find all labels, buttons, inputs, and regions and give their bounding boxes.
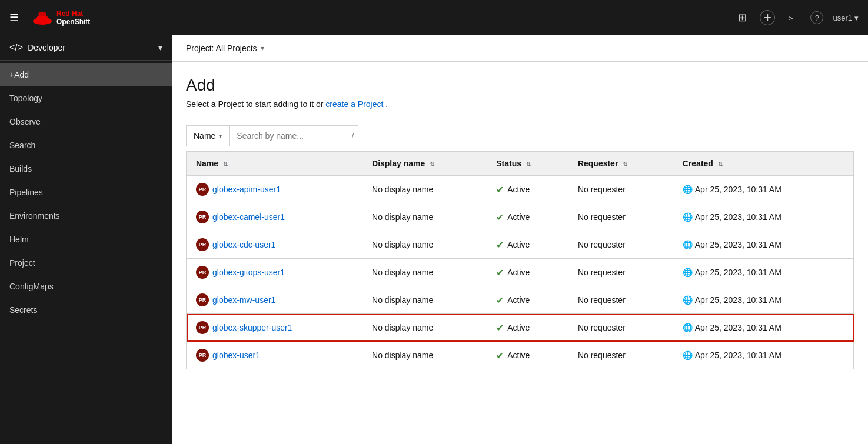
cell-name: PRglobex-skupper-user1 <box>187 314 363 342</box>
cell-name: PRglobex-mw-user1 <box>187 286 363 314</box>
project-bar: Project: All Projects ▾ <box>172 35 868 62</box>
globe-icon: 🌐 <box>683 185 693 194</box>
project-link[interactable]: PRglobex-skupper-user1 <box>196 321 353 334</box>
help-icon[interactable]: ? <box>810 11 823 24</box>
status-text: Active <box>507 268 530 277</box>
context-name: Developer <box>28 43 65 52</box>
search-input-wrap: / <box>229 125 358 146</box>
sidebar-item-topology[interactable]: Topology <box>0 86 172 110</box>
cell-name: PRglobex-user1 <box>187 342 363 369</box>
cell-created: 🌐Apr 25, 2023, 10:31 AM <box>673 259 854 286</box>
cell-requester: No requester <box>568 203 673 231</box>
cell-requester: No requester <box>568 286 673 314</box>
table-row: PRglobex-camel-user1No display name✔Acti… <box>187 203 854 231</box>
project-badge: PR <box>196 293 209 306</box>
main-layout: </> Developer ▾ +Add Topology Observe Se… <box>0 35 868 444</box>
user-label: user1 <box>833 14 852 22</box>
cell-created: 🌐Apr 25, 2023, 10:31 AM <box>673 176 854 203</box>
cell-display-name: No display name <box>363 342 487 369</box>
brand-redhat-label: Red Hat <box>56 9 90 18</box>
sidebar-item-environments[interactable]: Environments <box>0 204 172 228</box>
col-requester[interactable]: Requester ⇅ <box>568 152 673 176</box>
active-status-icon: ✔ <box>496 350 504 361</box>
description-prefix: Select a Project to start adding to it o… <box>186 99 325 109</box>
cell-name: PRglobex-apim-user1 <box>187 176 363 203</box>
cell-requester: No requester <box>568 259 673 286</box>
sidebar-item-helm[interactable]: Helm <box>0 228 172 251</box>
navbar-brand: ☰ Red Hat OpenShift <box>9 9 734 26</box>
project-link[interactable]: PRglobex-camel-user1 <box>196 211 353 223</box>
sidebar-item-project[interactable]: Project <box>0 251 172 275</box>
sidebar-item-configmaps[interactable]: ConfigMaps <box>0 275 172 298</box>
sidebar-item-add[interactable]: +Add <box>0 63 172 86</box>
redhat-logo: Red Hat OpenShift <box>32 9 90 26</box>
col-display-name[interactable]: Display name ⇅ <box>363 152 487 176</box>
hamburger-icon[interactable]: ☰ <box>9 11 19 24</box>
cell-display-name: No display name <box>363 176 487 203</box>
project-badge: PR <box>196 321 209 334</box>
sidebar-context-label: </> Developer <box>9 42 65 53</box>
table-row: PRglobex-skupper-user1No display name✔Ac… <box>187 314 854 342</box>
sidebar-context-switcher[interactable]: </> Developer ▾ <box>0 35 172 61</box>
add-icon[interactable]: + <box>760 10 775 25</box>
project-link[interactable]: PRglobex-mw-user1 <box>196 293 353 306</box>
sidebar: </> Developer ▾ +Add Topology Observe Se… <box>0 35 172 444</box>
cell-created: 🌐Apr 25, 2023, 10:31 AM <box>673 231 854 259</box>
cell-requester: No requester <box>568 176 673 203</box>
sidebar-item-search[interactable]: Search <box>0 133 172 157</box>
project-badge: PR <box>196 349 209 362</box>
sidebar-item-secrets[interactable]: Secrets <box>0 298 172 322</box>
col-status[interactable]: Status ⇅ <box>487 152 568 176</box>
filter-dropdown[interactable]: Name ▾ <box>186 125 229 146</box>
cell-created: 🌐Apr 25, 2023, 10:31 AM <box>673 203 854 231</box>
project-selector[interactable]: Project: All Projects ▾ <box>186 44 264 53</box>
content-area: Project: All Projects ▾ Add Select a Pro… <box>172 35 868 444</box>
status-text: Active <box>507 185 530 194</box>
page-content: Add Select a Project to start adding to … <box>172 62 868 444</box>
grid-icon[interactable]: ⊞ <box>734 9 750 26</box>
project-badge: PR <box>196 266 209 279</box>
active-status-icon: ✔ <box>496 322 504 333</box>
col-name[interactable]: Name ⇅ <box>187 152 363 176</box>
project-badge: PR <box>196 238 209 251</box>
status-text: Active <box>507 323 530 332</box>
globe-icon: 🌐 <box>683 295 693 305</box>
search-input[interactable] <box>229 125 358 146</box>
cell-name: PRglobex-cdc-user1 <box>187 231 363 259</box>
table-row: PRglobex-gitops-user1No display name✔Act… <box>187 259 854 286</box>
cell-display-name: No display name <box>363 286 487 314</box>
user-menu[interactable]: user1 ▾ <box>833 14 859 22</box>
project-link[interactable]: PRglobex-user1 <box>196 349 353 362</box>
sidebar-item-builds[interactable]: Builds <box>0 157 172 181</box>
col-created[interactable]: Created ⇅ <box>673 152 854 176</box>
cell-requester: No requester <box>568 231 673 259</box>
terminal-icon[interactable]: >_ <box>784 9 801 26</box>
sidebar-item-observe[interactable]: Observe <box>0 110 172 133</box>
globe-icon: 🌐 <box>683 240 693 249</box>
cell-created: 🌐Apr 25, 2023, 10:31 AM <box>673 342 854 369</box>
cell-display-name: No display name <box>363 203 487 231</box>
globe-icon: 🌐 <box>683 323 693 332</box>
project-link[interactable]: PRglobex-gitops-user1 <box>196 266 353 279</box>
project-link[interactable]: PRglobex-apim-user1 <box>196 183 353 196</box>
table-row: PRglobex-cdc-user1No display name✔Active… <box>187 231 854 259</box>
user-chevron-icon: ▾ <box>854 14 859 22</box>
status-text: Active <box>507 240 530 249</box>
globe-icon: 🌐 <box>683 268 693 277</box>
cell-name: PRglobex-gitops-user1 <box>187 259 363 286</box>
project-badge: PR <box>196 183 209 196</box>
sidebar-item-pipelines[interactable]: Pipelines <box>0 181 172 204</box>
cell-name: PRglobex-camel-user1 <box>187 203 363 231</box>
status-text: Active <box>507 212 530 222</box>
cell-created: 🌐Apr 25, 2023, 10:31 AM <box>673 286 854 314</box>
sort-status-icon: ⇅ <box>526 161 531 168</box>
navbar-actions: ⊞ + >_ ? user1 ▾ <box>734 9 859 26</box>
sort-display-icon: ⇅ <box>430 161 434 168</box>
active-status-icon: ✔ <box>496 267 504 278</box>
cell-display-name: No display name <box>363 314 487 342</box>
create-project-link[interactable]: create a Project <box>325 99 383 109</box>
filter-label: Name <box>194 131 215 141</box>
project-badge: PR <box>196 211 209 223</box>
project-link[interactable]: PRglobex-cdc-user1 <box>196 238 353 251</box>
cell-status: ✔Active <box>487 342 568 369</box>
